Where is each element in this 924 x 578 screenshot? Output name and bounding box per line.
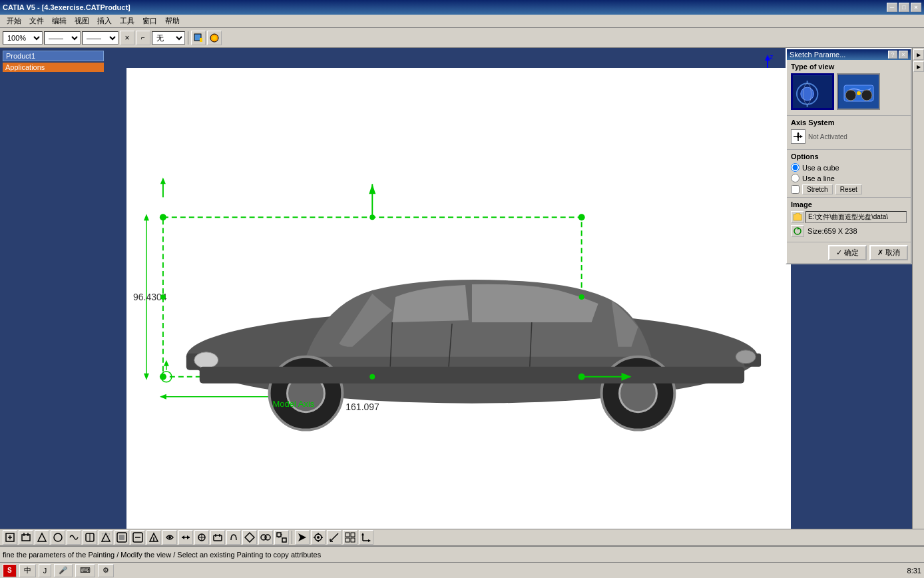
rtb-btn-1[interactable]: ▶ [913,49,924,60]
zoom-select[interactable]: 100% [3,31,43,45]
right-toolbar: ▶ ▶ [912,48,924,546]
svg-point-107 [317,536,320,539]
paint-button[interactable] [191,31,206,45]
linestyle1-select[interactable]: —— [44,31,81,45]
sketch-parameters-dialog: Sketch Parame... ? × Type of view [786,48,912,264]
view-thumb-1[interactable] [791,73,834,110]
window-controls: ─ □ × [887,3,921,12]
stretch-button[interactable]: Stretch [802,184,833,194]
type-of-view-label: Type of view [791,63,907,71]
tb2-btn-9[interactable] [130,530,145,545]
svg-marker-122 [368,539,371,542]
icon-toolbar [0,529,924,546]
view-thumb-2[interactable] [837,73,880,110]
svg-point-2 [210,34,218,42]
taskbar-mic[interactable]: 🎤 [54,564,73,577]
cross-button[interactable]: × [120,31,134,45]
left-panel: Product1 Applications [0,48,107,546]
axis-icon[interactable] [791,129,806,144]
svg-marker-80 [102,533,110,541]
main-area: Product1 Applications z y x [0,48,924,546]
svg-point-38 [160,214,166,220]
use-cube-radio[interactable] [791,163,800,172]
tb2-btn-8[interactable] [115,530,129,545]
reset-button[interactable]: Reset [835,184,862,194]
image-section: Image E:\文件\曲面造型光盘\data\ [787,198,911,242]
tb2-btn-13[interactable] [194,530,209,545]
tb2-btn-17[interactable] [258,530,273,545]
stretch-checkbox[interactable] [791,185,800,194]
menu-start[interactable]: 开始 [3,15,25,27]
image-size-row: Size:659 X 238 [791,225,907,237]
tb2-btn-11[interactable] [162,530,177,545]
dialog-help-button[interactable]: ? [888,51,897,59]
taskbar-sougou[interactable]: S [3,564,17,577]
linestyle2-select[interactable]: —— [82,31,118,45]
svg-rect-118 [351,538,355,542]
taskbar-zh[interactable]: 中 [19,564,36,577]
use-line-row: Use a line [791,174,907,182]
tree-applications[interactable]: Applications [3,63,104,72]
use-line-radio[interactable] [791,174,800,182]
bracket-button[interactable]: ⌐ [136,31,150,45]
menu-edit[interactable]: 编辑 [48,15,71,27]
tb2-axis-btn[interactable] [359,530,373,545]
tb2-btn-4[interactable] [51,530,65,545]
svg-point-33 [736,350,756,364]
svg-marker-120 [361,533,364,535]
rtb-btn-2[interactable]: ▶ [913,61,924,72]
close-button[interactable]: × [911,3,921,12]
menu-view[interactable]: 视图 [71,15,93,27]
tb2-measure-btn[interactable] [327,530,342,545]
menu-window[interactable]: 窗口 [138,15,161,27]
taskbar-kbd[interactable]: ⌨ [75,564,95,577]
refresh-button[interactable] [791,225,804,237]
tb2-btn-16[interactable] [242,530,257,545]
sphere-button[interactable] [207,31,222,45]
tb2-btn-14[interactable] [210,530,225,545]
ok-button[interactable]: ✓ 确定 [828,245,867,260]
svg-point-39 [578,214,585,220]
svg-point-64 [861,90,872,101]
tb2-btn-12[interactable] [178,530,193,545]
tb2-btn-5[interactable] [67,530,81,545]
minimize-button[interactable]: ─ [887,3,897,12]
maximize-button[interactable]: □ [899,3,909,12]
menu-tools[interactable]: 工具 [116,15,138,27]
tb2-btn-6[interactable] [83,530,97,545]
taskbar-icon-1[interactable]: J [39,564,52,577]
viewport: z y x [107,48,924,546]
tb2-btn-1[interactable] [3,530,17,545]
menu-help[interactable]: 帮助 [161,15,184,27]
tb2-btn-15[interactable] [226,530,241,545]
dialog-title-bar: Sketch Parame... ? × [787,49,911,60]
axis-system-section: Axis System Not Activated [787,116,911,150]
cancel-button[interactable]: ✗ 取消 [869,245,908,260]
tb2-grid-btn[interactable] [343,530,357,545]
ok-icon: ✓ [836,248,842,257]
taskbar-settings[interactable]: ⚙ [98,564,114,577]
svg-rect-101 [277,533,281,537]
folder-button[interactable] [791,211,804,223]
tb2-btn-18[interactable] [274,530,289,545]
tb2-arrow-btn[interactable] [295,530,310,545]
tb2-settings-btn[interactable] [311,530,326,545]
sketch-viewport[interactable]: 96.4304 161.097 [126,68,791,539]
svg-point-43 [579,294,584,300]
tb2-btn-7[interactable] [99,530,113,545]
dialog-close-button[interactable]: × [899,51,908,59]
tb2-btn-3[interactable] [35,530,49,545]
svg-rect-115 [346,533,349,537]
tb2-btn-2[interactable] [19,530,33,545]
menu-insert[interactable]: 插入 [93,15,116,27]
use-cube-label: Use a cube [802,164,839,172]
svg-rect-1 [200,38,202,42]
tb2-btn-10[interactable] [146,530,161,545]
menu-file[interactable]: 文件 [25,15,48,27]
svg-marker-91 [187,535,190,539]
svg-rect-83 [119,535,124,540]
svg-rect-116 [351,533,355,537]
tb2-separator [292,531,292,544]
tree-product1[interactable]: Product1 [3,51,104,61]
option-select[interactable]: 无 [152,31,185,45]
